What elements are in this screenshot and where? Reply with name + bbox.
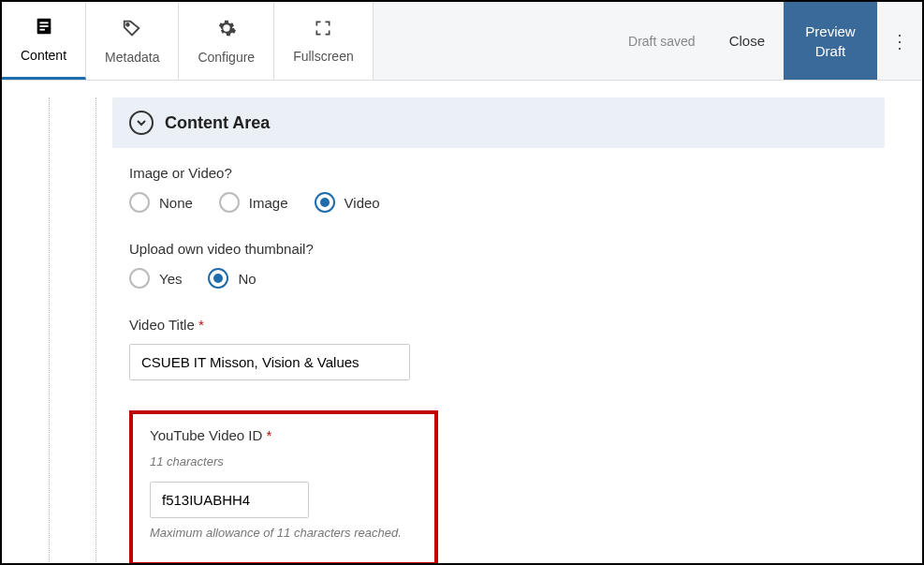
tree-guide-line: [95, 97, 96, 563]
youtube-id-input[interactable]: [150, 482, 309, 518]
radio-none[interactable]: None: [129, 192, 193, 213]
section-title: Content Area: [165, 113, 270, 133]
image-or-video-radios: None Image Video: [129, 192, 885, 213]
tab-configure[interactable]: Configure: [179, 2, 274, 80]
collapse-toggle[interactable]: [129, 111, 154, 135]
toolbar-right: Draft saved Close Preview Draft ⋮: [613, 2, 922, 80]
radio-yes-label: Yes: [159, 271, 182, 287]
form-area: Image or Video? None Image: [112, 148, 885, 563]
preview-line2: Draft: [815, 41, 846, 61]
tab-content[interactable]: Content: [2, 2, 86, 80]
more-menu-button[interactable]: ⋮: [877, 30, 922, 52]
radio-icon: [129, 192, 150, 213]
svg-rect-2: [39, 25, 48, 27]
preview-line1: Preview: [805, 22, 855, 41]
video-title-label: Video Title *: [129, 317, 885, 333]
toolbar-spacer: [374, 2, 613, 80]
youtube-id-label: YouTube Video ID *: [150, 427, 418, 443]
radio-video[interactable]: Video: [315, 192, 380, 213]
video-title-input[interactable]: [129, 344, 410, 380]
radio-icon: [208, 268, 228, 289]
draft-saved-status: Draft saved: [613, 34, 711, 49]
radio-none-label: None: [159, 195, 193, 211]
tree-guide-line: [49, 97, 50, 563]
svg-rect-1: [39, 22, 48, 23]
content-area: Content Area Image or Video? None: [2, 81, 922, 563]
tab-metadata-label: Metadata: [105, 50, 159, 65]
radio-video-label: Video: [345, 195, 380, 211]
youtube-id-hint: 11 characters: [150, 454, 418, 468]
radio-no-label: No: [238, 271, 256, 287]
fullscreen-icon: [314, 19, 332, 43]
more-icon: ⋮: [890, 30, 909, 52]
image-or-video-label: Image or Video?: [129, 165, 885, 181]
section-header-content-area: Content Area: [112, 97, 885, 148]
gear-icon: [216, 18, 237, 44]
radio-image[interactable]: Image: [219, 192, 288, 213]
tag-icon: [122, 18, 142, 44]
radio-icon: [219, 192, 240, 213]
radio-icon: [129, 268, 150, 289]
tab-fullscreen-label: Fullscreen: [293, 49, 354, 64]
chevron-down-icon: [136, 117, 147, 128]
close-button[interactable]: Close: [711, 33, 784, 49]
radio-yes[interactable]: Yes: [129, 268, 182, 289]
preview-draft-button[interactable]: Preview Draft: [784, 2, 877, 80]
youtube-id-callout: YouTube Video ID * 11 characters Maximum…: [129, 410, 438, 563]
tab-content-label: Content: [21, 48, 66, 63]
tab-metadata[interactable]: Metadata: [86, 2, 179, 80]
radio-image-label: Image: [249, 195, 288, 211]
radio-no[interactable]: No: [208, 268, 256, 289]
radio-icon: [315, 192, 335, 213]
upload-thumbnail-radios: Yes No: [129, 268, 885, 289]
svg-rect-3: [39, 29, 45, 31]
toolbar: Content Metadata Configure Fullscreen Dr…: [2, 2, 922, 81]
svg-point-4: [126, 22, 129, 25]
upload-thumbnail-label: Upload own video thumbnail?: [129, 241, 885, 257]
document-icon: [34, 16, 54, 42]
tab-fullscreen[interactable]: Fullscreen: [274, 2, 374, 80]
youtube-id-max-warning: Maximum allowance of 11 characters reach…: [150, 526, 418, 540]
tab-configure-label: Configure: [198, 50, 255, 65]
